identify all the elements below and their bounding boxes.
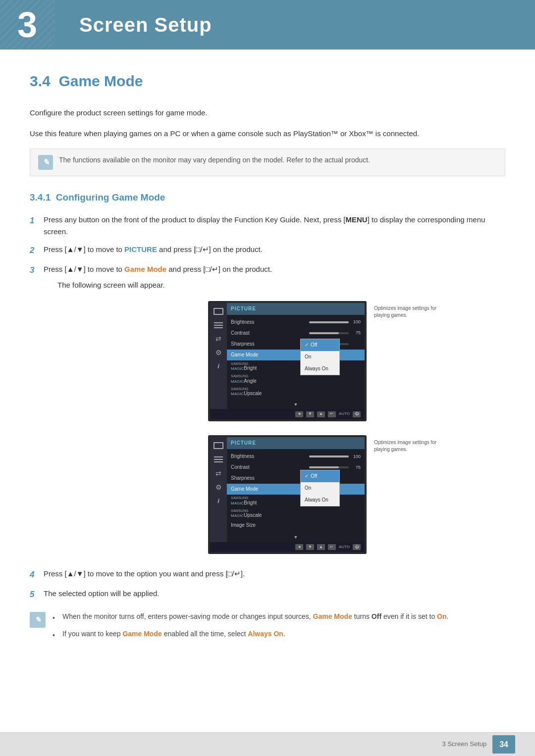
step-4-content: Press [▲/▼] to move to the option you wa… — [44, 568, 505, 580]
step-5-num: 5 — [30, 588, 44, 601]
info-icon-2: i — [213, 497, 224, 505]
step-3: 3 Press [▲/▼] to move to Game Mode and p… — [30, 263, 505, 291]
monitor-bottom-bar-1: ◄ ▼ ▲ ↵ AUTO ⏻ — [210, 409, 365, 419]
menu-left-icons-2: ⇄ ⚙ i — [210, 437, 227, 542]
brightness-row-2: Brightness 100 — [227, 451, 365, 462]
note-text: The functions available on the monitor m… — [59, 155, 370, 165]
section-heading: 3.4 Game Mode — [30, 69, 505, 97]
dropdown-on-2: On — [301, 482, 339, 494]
steps-list-2: 4 Press [▲/▼] to move to the option you … — [30, 568, 505, 601]
magic-upscale-row: SAMSUNG MAGICUpscale — [227, 386, 365, 398]
gear-icon-1: ⚙ — [213, 349, 224, 357]
menu-content-1: PICTURE Brightness 100 — [227, 303, 365, 409]
magic-angle-row: SAMSUNG MAGICAngle — [227, 373, 365, 385]
menu-left-icons-1: ⇄ ⚙ i — [210, 303, 227, 409]
subsection-heading: 3.4.1 Configuring Game Mode — [30, 190, 505, 205]
screen-note-1: Optimizes image settings for playing gam… — [374, 305, 441, 319]
note-box: ✎ The functions available on the monitor… — [30, 149, 505, 176]
step-5-content: The selected option will be applied. — [44, 588, 505, 600]
step-1: 1 Press any button on the front of the p… — [30, 214, 505, 238]
dropdown-1: ✓ Off On Always On — [300, 339, 340, 375]
main-content: 3.4 Game Mode Configure the product scre… — [0, 69, 535, 646]
screen-mockup-2: ⇄ ⚙ i PICTURE — [208, 435, 367, 554]
final-note-bullets: • When the monitor turns off, enters pow… — [53, 611, 505, 646]
monitor-frame-1: ⇄ ⚙ i PICTURE — [208, 301, 367, 422]
menu-items-1: Brightness 100 Contrast — [227, 315, 365, 400]
footer-label: 3 Screen Setup — [442, 739, 487, 750]
intro-line-2: Use this feature when playing games on a… — [30, 128, 505, 140]
gamemode-row-2: Game Mode — [227, 484, 365, 495]
menu-title-1: PICTURE — [227, 303, 365, 315]
picture-label: PICTURE — [124, 245, 157, 253]
monitor-screen-1: ⇄ ⚙ i PICTURE — [210, 303, 365, 420]
gamemode-row: Game Mode — [227, 350, 365, 360]
lines-icon-2 — [213, 455, 224, 464]
dropdown-alwayson-2: Always On — [301, 494, 339, 506]
monitor-icon-2 — [213, 441, 224, 450]
menu-overlay-1: ⇄ ⚙ i PICTURE — [210, 303, 365, 409]
dropdown-alwayson-1: Always On — [301, 363, 339, 375]
info-icon-1: i — [213, 362, 224, 371]
final-note-bullet-1: • When the monitor turns off, enters pow… — [53, 611, 505, 623]
final-note-icon: ✎ — [30, 612, 46, 628]
step-4-num: 4 — [30, 568, 44, 581]
magic-bright-row: SAMSUNG MAGICBright — [227, 360, 365, 373]
gear-icon-2: ⚙ — [213, 483, 224, 492]
monitor-frame-2: ⇄ ⚙ i PICTURE — [208, 435, 367, 554]
chapter-number-box: 3 — [0, 0, 54, 50]
dropdown-off-1: ✓ Off — [301, 339, 339, 351]
menu-items-2: Brightness 100 Contrast — [227, 449, 365, 533]
image-size-row: Image Size — [227, 520, 365, 531]
step-3-num: 3 — [30, 263, 44, 277]
monitor-icon — [213, 307, 224, 316]
lines-icon — [213, 321, 224, 330]
chapter-title-area: Screen Setup — [54, 0, 212, 50]
monitor-screen-2: ⇄ ⚙ i PICTURE — [210, 437, 365, 552]
note-icon: ✎ — [38, 155, 53, 170]
final-note-bullet-2: • If you want to keep Game Mode enabled … — [53, 628, 505, 641]
steps-list: 1 Press any button on the front of the p… — [30, 214, 505, 291]
intro-line-1: Configure the product screen settings fo… — [30, 107, 505, 119]
monitor-bottom-bar-2: ◄ ▼ ▲ ↵ AUTO ⏻ — [210, 542, 365, 553]
magic-upscale-row-2: SAMSUNG MAGICUpscale — [227, 507, 365, 520]
step-2: 2 Press [▲/▼] to move to PICTURE and pre… — [30, 244, 505, 257]
game-mode-label-step3: Game Mode — [124, 265, 166, 273]
menu-overlay-2: ⇄ ⚙ i PICTURE — [210, 437, 365, 542]
arrows-icon-2: ⇄ — [213, 469, 224, 478]
sharpness-row: Sharpness — [227, 339, 365, 350]
contrast-row-2: Contrast 75 — [227, 462, 365, 473]
menu-content-2: PICTURE Brightness 100 — [227, 437, 365, 542]
magic-bright-row-2: SAMSUNG MAGICBright — [227, 495, 365, 507]
arrows-icon: ⇄ — [213, 335, 224, 344]
page-header: 3 Screen Setup — [0, 0, 535, 50]
step-1-content: Press any button on the front of the pro… — [44, 214, 505, 238]
step-4: 4 Press [▲/▼] to move to the option you … — [30, 568, 505, 581]
step-2-num: 2 — [30, 244, 44, 257]
step-5: 5 The selected option will be applied. — [30, 588, 505, 601]
sharpness-row-2: Sharpness — [227, 473, 365, 484]
dropdown-2: ✓ Off On Always On — [300, 470, 340, 506]
contrast-row: Contrast 75 — [227, 328, 365, 339]
step-3-content: Press [▲/▼] to move to Game Mode and pre… — [44, 263, 505, 291]
page-footer: 3 Screen Setup 34 — [0, 732, 535, 756]
screen-mockup-1-container: ⇄ ⚙ i PICTURE — [69, 301, 505, 422]
screen-note-2: Optimizes image settings for playing gam… — [374, 439, 441, 453]
step-2-content: Press [▲/▼] to move to PICTURE and press… — [44, 244, 505, 255]
dropdown-off-2: ✓ Off — [301, 470, 339, 482]
step-1-num: 1 — [30, 214, 44, 227]
brightness-row: Brightness 100 — [227, 317, 365, 328]
step-3-sub: The following screen will appear. — [57, 279, 505, 291]
dropdown-on-1: On — [301, 351, 339, 363]
final-note-box: ✎ • When the monitor turns off, enters p… — [30, 611, 505, 646]
screen-mockup-2-container: ⇄ ⚙ i PICTURE — [69, 435, 505, 554]
menu-title-2: PICTURE — [227, 437, 365, 449]
screen-mockup-1: ⇄ ⚙ i PICTURE — [208, 301, 367, 422]
chapter-title: Screen Setup — [79, 9, 212, 41]
footer-page-number: 34 — [492, 735, 515, 754]
